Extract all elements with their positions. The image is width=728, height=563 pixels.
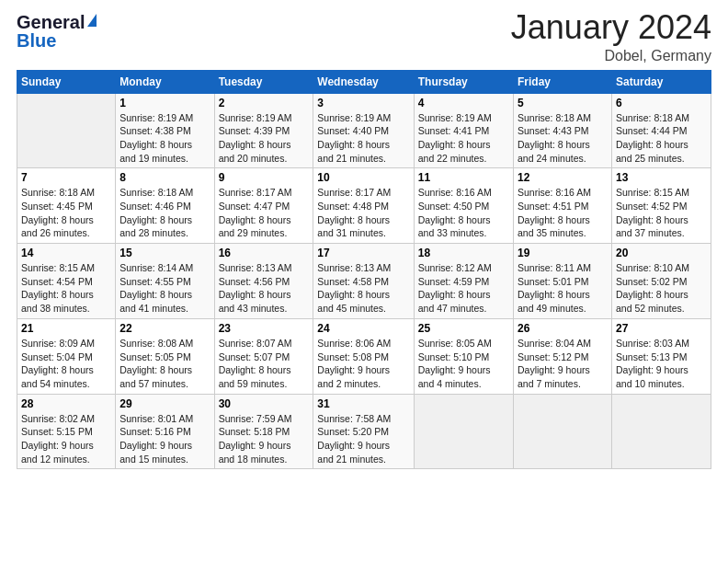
calendar-cell [17, 93, 116, 168]
col-header-friday: Friday [513, 70, 611, 93]
calendar-cell: 27Sunrise: 8:03 AM Sunset: 5:13 PM Dayli… [611, 318, 711, 394]
day-number: 16 [219, 247, 310, 259]
day-number: 20 [616, 247, 707, 259]
day-detail: Sunrise: 8:04 AM Sunset: 5:12 PM Dayligh… [518, 337, 608, 391]
calendar-cell: 14Sunrise: 8:15 AM Sunset: 4:54 PM Dayli… [17, 244, 116, 319]
day-detail: Sunrise: 8:13 AM Sunset: 4:56 PM Dayligh… [219, 261, 310, 316]
calendar-cell: 21Sunrise: 8:09 AM Sunset: 5:04 PM Dayli… [17, 318, 116, 394]
day-number: 26 [518, 322, 608, 335]
calendar-cell: 29Sunrise: 8:01 AM Sunset: 5:16 PM Dayli… [116, 394, 214, 469]
day-number: 11 [418, 171, 509, 184]
day-number: 7 [21, 171, 111, 184]
page: General Blue January 2024 Dobel, Germany… [0, 0, 728, 563]
calendar-cell: 26Sunrise: 8:04 AM Sunset: 5:12 PM Dayli… [513, 318, 611, 394]
day-number: 25 [418, 322, 509, 335]
day-detail: Sunrise: 7:59 AM Sunset: 5:18 PM Dayligh… [219, 412, 310, 466]
col-header-saturday: Saturday [611, 70, 711, 93]
day-detail: Sunrise: 8:09 AM Sunset: 5:04 PM Dayligh… [21, 337, 111, 391]
col-header-thursday: Thursday [414, 70, 513, 93]
day-number: 27 [616, 322, 707, 335]
day-detail: Sunrise: 8:03 AM Sunset: 5:13 PM Dayligh… [616, 337, 707, 391]
day-detail: Sunrise: 8:16 AM Sunset: 4:51 PM Dayligh… [518, 186, 608, 240]
day-number: 24 [317, 322, 409, 335]
calendar-cell: 28Sunrise: 8:02 AM Sunset: 5:15 PM Dayli… [17, 394, 116, 469]
day-detail: Sunrise: 8:15 AM Sunset: 4:54 PM Dayligh… [21, 261, 111, 316]
day-number: 12 [518, 171, 608, 184]
calendar: SundayMondayTuesdayWednesdayThursdayFrid… [17, 70, 711, 470]
col-header-sunday: Sunday [17, 70, 116, 93]
calendar-cell: 15Sunrise: 8:14 AM Sunset: 4:55 PM Dayli… [116, 244, 214, 319]
day-number: 21 [21, 322, 111, 335]
day-detail: Sunrise: 8:06 AM Sunset: 5:08 PM Dayligh… [317, 337, 409, 391]
day-detail: Sunrise: 8:19 AM Sunset: 4:38 PM Dayligh… [119, 111, 210, 166]
day-number: 8 [119, 171, 210, 184]
day-number: 30 [219, 397, 310, 410]
calendar-cell: 11Sunrise: 8:16 AM Sunset: 4:50 PM Dayli… [414, 168, 513, 244]
day-detail: Sunrise: 8:19 AM Sunset: 4:41 PM Dayligh… [418, 111, 509, 166]
month-title: January 2024 [511, 9, 711, 46]
calendar-cell: 16Sunrise: 8:13 AM Sunset: 4:56 PM Dayli… [214, 244, 313, 319]
calendar-cell: 3Sunrise: 8:19 AM Sunset: 4:40 PM Daylig… [313, 93, 414, 168]
logo: General Blue [17, 13, 97, 50]
day-detail: Sunrise: 8:18 AM Sunset: 4:43 PM Dayligh… [518, 111, 608, 166]
day-detail: Sunrise: 8:16 AM Sunset: 4:50 PM Dayligh… [418, 186, 509, 240]
calendar-cell: 1Sunrise: 8:19 AM Sunset: 4:38 PM Daylig… [116, 93, 214, 168]
day-detail: Sunrise: 8:18 AM Sunset: 4:46 PM Dayligh… [119, 186, 210, 240]
day-detail: Sunrise: 8:10 AM Sunset: 5:02 PM Dayligh… [616, 261, 707, 316]
calendar-cell: 20Sunrise: 8:10 AM Sunset: 5:02 PM Dayli… [611, 244, 711, 319]
day-number: 17 [317, 247, 409, 259]
calendar-cell: 24Sunrise: 8:06 AM Sunset: 5:08 PM Dayli… [313, 318, 414, 394]
calendar-cell: 18Sunrise: 8:12 AM Sunset: 4:59 PM Dayli… [414, 244, 513, 319]
day-number: 5 [518, 97, 608, 109]
day-detail: Sunrise: 8:17 AM Sunset: 4:48 PM Dayligh… [317, 186, 409, 240]
col-header-monday: Monday [116, 70, 214, 93]
col-header-tuesday: Tuesday [214, 70, 313, 93]
logo-icon [87, 14, 97, 27]
calendar-cell: 19Sunrise: 8:11 AM Sunset: 5:01 PM Dayli… [513, 244, 611, 319]
day-number: 1 [119, 97, 210, 109]
day-number: 19 [518, 247, 608, 259]
header: General Blue January 2024 Dobel, Germany [17, 9, 711, 64]
logo-blue: Blue [17, 31, 56, 50]
day-detail: Sunrise: 8:01 AM Sunset: 5:16 PM Dayligh… [119, 412, 210, 466]
day-detail: Sunrise: 8:18 AM Sunset: 4:45 PM Dayligh… [21, 186, 111, 240]
day-detail: Sunrise: 8:18 AM Sunset: 4:44 PM Dayligh… [616, 111, 707, 166]
calendar-cell [414, 394, 513, 469]
day-detail: Sunrise: 8:15 AM Sunset: 4:52 PM Dayligh… [616, 186, 707, 240]
calendar-cell: 4Sunrise: 8:19 AM Sunset: 4:41 PM Daylig… [414, 93, 513, 168]
calendar-cell: 23Sunrise: 8:07 AM Sunset: 5:07 PM Dayli… [214, 318, 313, 394]
day-detail: Sunrise: 8:05 AM Sunset: 5:10 PM Dayligh… [418, 337, 509, 391]
day-detail: Sunrise: 8:02 AM Sunset: 5:15 PM Dayligh… [21, 412, 111, 466]
day-number: 29 [119, 397, 210, 410]
calendar-cell: 31Sunrise: 7:58 AM Sunset: 5:20 PM Dayli… [313, 394, 414, 469]
day-number: 2 [219, 97, 310, 109]
day-number: 9 [219, 171, 310, 184]
day-detail: Sunrise: 8:11 AM Sunset: 5:01 PM Dayligh… [518, 261, 608, 316]
col-header-wednesday: Wednesday [313, 70, 414, 93]
day-number: 28 [21, 397, 111, 410]
day-detail: Sunrise: 8:13 AM Sunset: 4:58 PM Dayligh… [317, 261, 409, 316]
calendar-cell: 6Sunrise: 8:18 AM Sunset: 4:44 PM Daylig… [611, 93, 711, 168]
calendar-cell: 12Sunrise: 8:16 AM Sunset: 4:51 PM Dayli… [513, 168, 611, 244]
calendar-cell: 9Sunrise: 8:17 AM Sunset: 4:47 PM Daylig… [214, 168, 313, 244]
calendar-cell: 22Sunrise: 8:08 AM Sunset: 5:05 PM Dayli… [116, 318, 214, 394]
day-detail: Sunrise: 8:17 AM Sunset: 4:47 PM Dayligh… [219, 186, 310, 240]
calendar-cell: 25Sunrise: 8:05 AM Sunset: 5:10 PM Dayli… [414, 318, 513, 394]
day-detail: Sunrise: 8:08 AM Sunset: 5:05 PM Dayligh… [119, 337, 210, 391]
day-number: 6 [616, 97, 707, 109]
calendar-cell [611, 394, 711, 469]
day-number: 4 [418, 97, 509, 109]
calendar-cell: 2Sunrise: 8:19 AM Sunset: 4:39 PM Daylig… [214, 93, 313, 168]
calendar-cell: 10Sunrise: 8:17 AM Sunset: 4:48 PM Dayli… [313, 168, 414, 244]
day-number: 13 [616, 171, 707, 184]
day-number: 22 [119, 322, 210, 335]
logo-text: General [17, 13, 85, 31]
day-number: 14 [21, 247, 111, 259]
day-number: 18 [418, 247, 509, 259]
calendar-cell [513, 394, 611, 469]
calendar-cell: 17Sunrise: 8:13 AM Sunset: 4:58 PM Dayli… [313, 244, 414, 319]
location: Dobel, Germany [511, 48, 711, 64]
day-detail: Sunrise: 7:58 AM Sunset: 5:20 PM Dayligh… [317, 412, 409, 466]
day-detail: Sunrise: 8:12 AM Sunset: 4:59 PM Dayligh… [418, 261, 509, 316]
day-number: 3 [317, 97, 409, 109]
